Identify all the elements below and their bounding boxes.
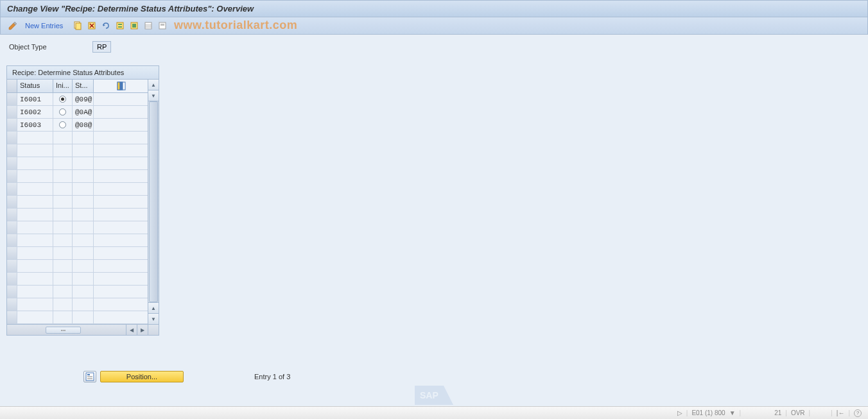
object-type-value[interactable]: RP	[92, 41, 111, 53]
radio-icon[interactable]	[59, 96, 66, 103]
table-row[interactable]: I6002@0A@	[7, 106, 148, 119]
cell-st[interactable]	[73, 209, 94, 221]
cell-st[interactable]	[73, 311, 94, 323]
cell-ini-radio[interactable]	[53, 311, 73, 323]
scroll-down-icon[interactable]: ▲	[148, 302, 159, 313]
cell-ini-radio[interactable]	[53, 273, 73, 285]
scroll-up2-icon[interactable]: ▼	[148, 90, 159, 101]
table-row[interactable]	[7, 196, 148, 209]
row-selector[interactable]	[7, 273, 17, 285]
cell-st[interactable]	[73, 170, 94, 182]
dropdown-icon[interactable]: ▼	[729, 409, 736, 416]
cell-ini-radio[interactable]	[53, 260, 73, 272]
row-selector[interactable]	[7, 119, 17, 131]
table-row[interactable]: I6003@08@	[7, 119, 148, 132]
table-row[interactable]	[7, 221, 148, 234]
cell-status[interactable]	[17, 311, 53, 323]
cell-status[interactable]	[17, 298, 53, 311]
cell-ini-radio[interactable]	[53, 119, 73, 131]
row-selector[interactable]	[7, 183, 17, 195]
col-st-header[interactable]: St...	[73, 80, 94, 93]
hscroll-thumb[interactable]: •••	[46, 327, 81, 334]
cell-st[interactable]	[73, 298, 94, 311]
cell-status[interactable]: I6001	[17, 93, 53, 105]
radio-icon[interactable]	[59, 108, 66, 115]
row-selector[interactable]	[7, 234, 17, 246]
radio-icon[interactable]	[59, 121, 66, 128]
table-row[interactable]	[7, 144, 148, 157]
undo-icon[interactable]	[100, 20, 112, 31]
scroll-right-icon[interactable]: ▶	[137, 325, 148, 335]
scroll-up-icon[interactable]: ▲	[148, 80, 159, 90]
cell-status[interactable]	[17, 170, 53, 182]
row-selector[interactable]	[7, 144, 17, 157]
row-selector[interactable]	[7, 196, 17, 208]
table-row[interactable]	[7, 311, 148, 324]
cell-ini-radio[interactable]	[53, 286, 73, 298]
cell-status[interactable]: I6003	[17, 119, 53, 131]
col-selector[interactable]	[7, 80, 17, 93]
cell-status[interactable]	[17, 157, 53, 169]
position-button[interactable]: Position...	[83, 371, 184, 382]
table-row[interactable]	[7, 298, 148, 311]
table-config-icon[interactable]	[94, 80, 148, 93]
table-row[interactable]: I6001@09@	[7, 93, 148, 106]
scroll-left-icon[interactable]: ◀	[126, 325, 137, 335]
col-status-header[interactable]: Status	[17, 80, 53, 93]
table-row[interactable]	[7, 286, 148, 298]
cell-st[interactable]: @09@	[73, 93, 94, 105]
cell-ini-radio[interactable]	[53, 298, 73, 311]
scroll-down2-icon[interactable]: ▼	[148, 313, 159, 324]
row-selector[interactable]	[7, 93, 17, 105]
row-selector[interactable]	[7, 221, 17, 234]
table-row[interactable]	[7, 247, 148, 260]
cell-ini-radio[interactable]	[53, 221, 73, 234]
row-selector[interactable]	[7, 106, 17, 118]
row-selector[interactable]	[7, 298, 17, 311]
cell-st[interactable]	[73, 247, 94, 259]
cell-status[interactable]	[17, 247, 53, 259]
table-row[interactable]	[7, 157, 148, 170]
print-icon[interactable]	[157, 20, 168, 31]
cell-status[interactable]: I6002	[17, 106, 53, 118]
select-all-icon[interactable]	[114, 20, 126, 31]
table-row[interactable]	[7, 170, 148, 183]
cell-st[interactable]	[73, 234, 94, 246]
new-entries-button[interactable]: New Entries	[21, 22, 67, 30]
row-selector[interactable]	[7, 209, 17, 221]
cell-ini-radio[interactable]	[53, 183, 73, 195]
table-row[interactable]	[7, 273, 148, 286]
cell-status[interactable]	[17, 183, 53, 195]
cell-st[interactable]	[73, 221, 94, 234]
cell-st[interactable]	[73, 286, 94, 298]
cell-ini-radio[interactable]	[53, 209, 73, 221]
cell-st[interactable]	[73, 144, 94, 157]
table-row[interactable]	[7, 132, 148, 144]
vertical-scrollbar[interactable]: ▲ ▼ ▲ ▼	[148, 80, 159, 324]
row-selector[interactable]	[7, 157, 17, 169]
cell-st[interactable]	[73, 157, 94, 169]
cell-status[interactable]	[17, 234, 53, 246]
cell-st[interactable]	[73, 196, 94, 208]
cell-st[interactable]	[73, 260, 94, 272]
cell-st[interactable]: @08@	[73, 119, 94, 131]
row-selector[interactable]	[7, 286, 17, 298]
delete-icon[interactable]	[86, 20, 98, 31]
row-selector[interactable]	[7, 247, 17, 259]
cell-ini-radio[interactable]	[53, 144, 73, 157]
cell-status[interactable]	[17, 144, 53, 157]
table-row[interactable]	[7, 209, 148, 221]
question-icon[interactable]: ?	[854, 409, 862, 417]
row-selector[interactable]	[7, 132, 17, 144]
cell-status[interactable]	[17, 196, 53, 208]
cell-ini-radio[interactable]	[53, 170, 73, 182]
cell-st[interactable]: @0A@	[73, 106, 94, 118]
select-block-icon[interactable]	[128, 20, 140, 31]
cell-ini-radio[interactable]	[53, 247, 73, 259]
cell-st[interactable]	[73, 273, 94, 285]
cell-st[interactable]	[73, 132, 94, 144]
cell-ini-radio[interactable]	[53, 157, 73, 169]
cell-status[interactable]	[17, 260, 53, 272]
row-selector[interactable]	[7, 170, 17, 182]
deselect-all-icon[interactable]	[143, 20, 154, 31]
